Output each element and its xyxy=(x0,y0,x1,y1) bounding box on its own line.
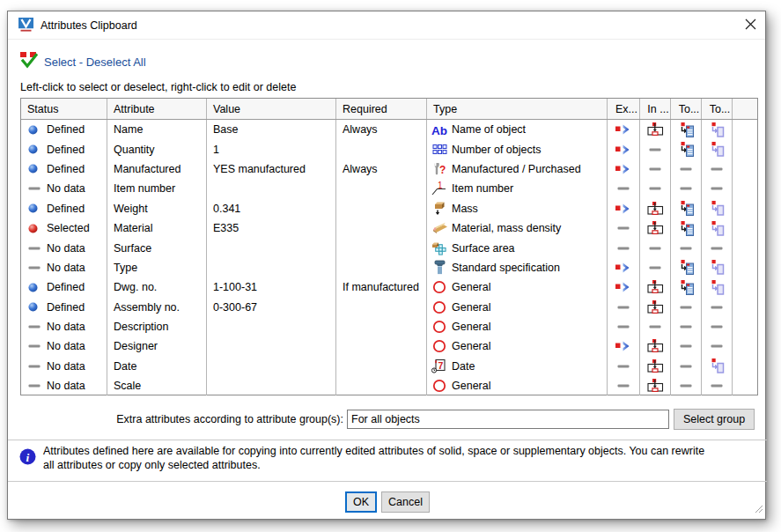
import-box-icon[interactable] xyxy=(640,298,671,317)
dash-icon[interactable] xyxy=(640,238,671,257)
dash-icon[interactable] xyxy=(608,298,640,317)
import-box-icon[interactable] xyxy=(640,336,671,356)
dash-icon[interactable] xyxy=(702,238,733,257)
export-arrow-icon[interactable] xyxy=(608,258,640,277)
to-list-icon[interactable] xyxy=(671,218,702,238)
dash-icon xyxy=(28,246,41,251)
status-label: No data xyxy=(47,262,85,274)
dash-icon[interactable] xyxy=(671,376,702,395)
titlebar: Attributes Clipboard xyxy=(8,11,765,40)
dash-icon[interactable] xyxy=(671,159,702,179)
dash-icon[interactable] xyxy=(608,357,640,376)
ab-icon: Ab xyxy=(431,123,448,137)
import-box-icon[interactable] xyxy=(640,120,671,139)
to-object-icon[interactable] xyxy=(702,218,733,238)
export-arrow-icon[interactable] xyxy=(608,139,640,159)
table-row[interactable]: No data Item number 1Item number xyxy=(21,179,757,198)
required-label xyxy=(336,218,427,238)
table-row[interactable]: Defined Dwg. no. 1-100-31 If manufacture… xyxy=(21,277,757,297)
dash-icon[interactable] xyxy=(608,179,640,198)
table-row[interactable]: Defined Assembly no. 0-300-67 General xyxy=(21,298,757,317)
to-object-icon[interactable] xyxy=(702,258,733,277)
table-row[interactable]: No data Surface Surface area xyxy=(21,238,757,257)
import-box-icon[interactable] xyxy=(640,199,671,218)
table-row[interactable]: Defined Quantity 1 Number of objects xyxy=(21,139,757,159)
dash-icon[interactable] xyxy=(640,159,671,179)
col-attribute: Attribute xyxy=(107,99,207,119)
instruction-text: Left-click to select or deselect, right-… xyxy=(20,81,296,93)
to-object-icon[interactable] xyxy=(702,199,733,218)
to-list-icon[interactable] xyxy=(671,277,702,297)
dash-icon[interactable] xyxy=(671,357,702,376)
dash-icon[interactable] xyxy=(671,238,702,257)
export-arrow-icon[interactable] xyxy=(608,336,640,356)
table-row[interactable]: Defined Name Base Always AbName of objec… xyxy=(21,120,757,139)
table-row[interactable]: No data Type Standard specification xyxy=(21,258,757,277)
table-row[interactable]: Selected Material E335 Material, mass de… xyxy=(21,218,757,238)
dash-icon[interactable] xyxy=(640,139,671,159)
select-group-button[interactable]: Select group xyxy=(674,409,755,430)
svg-text:i: i xyxy=(26,451,30,464)
import-box-icon[interactable] xyxy=(640,277,671,297)
dash-icon[interactable] xyxy=(608,238,640,257)
close-button[interactable] xyxy=(735,12,765,39)
info-icon: i xyxy=(19,448,36,469)
dash-icon xyxy=(28,364,41,369)
dash-icon[interactable] xyxy=(702,336,733,356)
to-object-icon[interactable] xyxy=(702,277,733,297)
table-row[interactable]: No data Date 7Date xyxy=(21,357,757,376)
table-row[interactable]: No data Description General xyxy=(21,317,757,336)
resize-grip[interactable] xyxy=(753,501,763,517)
dash-icon[interactable] xyxy=(640,179,671,198)
dash-icon[interactable] xyxy=(702,376,733,395)
dash-icon[interactable] xyxy=(671,317,702,336)
to-object-icon[interactable] xyxy=(702,357,733,376)
dash-icon[interactable] xyxy=(608,218,640,238)
dash-icon[interactable] xyxy=(640,317,671,336)
dash-icon[interactable] xyxy=(640,258,671,277)
close-icon xyxy=(745,18,756,33)
type-label: Number of objects xyxy=(452,144,541,156)
to-list-icon[interactable] xyxy=(671,199,702,218)
table-row[interactable]: Defined Weight 0.341 Mass xyxy=(21,199,757,218)
dash-icon[interactable] xyxy=(608,376,640,395)
status-label: No data xyxy=(47,380,85,392)
export-arrow-icon[interactable] xyxy=(608,120,640,139)
import-box-icon[interactable] xyxy=(640,218,671,238)
select-deselect-all[interactable]: Select - Deselect All xyxy=(20,52,146,72)
dash-icon[interactable] xyxy=(702,317,733,336)
attribute-group-input[interactable] xyxy=(347,410,669,429)
export-arrow-icon[interactable] xyxy=(608,159,640,179)
table-row[interactable]: No data Designer General xyxy=(21,336,757,356)
dash-icon[interactable] xyxy=(671,336,702,356)
attribute-name: Weight xyxy=(107,199,207,218)
import-box-icon[interactable] xyxy=(640,357,671,376)
to-object-icon[interactable] xyxy=(702,139,733,159)
import-box-icon[interactable] xyxy=(640,376,671,395)
required-label: Always xyxy=(336,159,427,179)
ok-button[interactable]: OK xyxy=(345,491,377,513)
to-list-icon[interactable] xyxy=(671,139,702,159)
dot-blue-icon xyxy=(28,164,41,174)
to-object-icon[interactable] xyxy=(702,120,733,139)
dash-icon[interactable] xyxy=(671,298,702,317)
dash-icon[interactable] xyxy=(702,298,733,317)
export-arrow-icon[interactable] xyxy=(608,277,640,297)
item-number-icon: 1 xyxy=(431,181,448,196)
to-list-icon[interactable] xyxy=(671,120,702,139)
status-label: No data xyxy=(47,242,85,255)
attribute-value: 1 xyxy=(207,139,336,159)
dash-icon[interactable] xyxy=(608,317,640,336)
export-arrow-icon[interactable] xyxy=(608,199,640,218)
dot-red-icon xyxy=(28,224,41,233)
status-label: Defined xyxy=(47,203,85,215)
cancel-button[interactable]: Cancel xyxy=(381,491,430,513)
dash-icon[interactable] xyxy=(702,159,733,179)
to-list-icon[interactable] xyxy=(671,258,702,277)
attribute-value xyxy=(207,376,336,395)
general-icon xyxy=(431,379,448,393)
dash-icon[interactable] xyxy=(671,179,702,198)
table-row[interactable]: Defined Manufactured YES manufactured Al… xyxy=(21,159,757,179)
dash-icon[interactable] xyxy=(702,179,733,198)
table-row[interactable]: No data Scale General xyxy=(21,376,757,395)
